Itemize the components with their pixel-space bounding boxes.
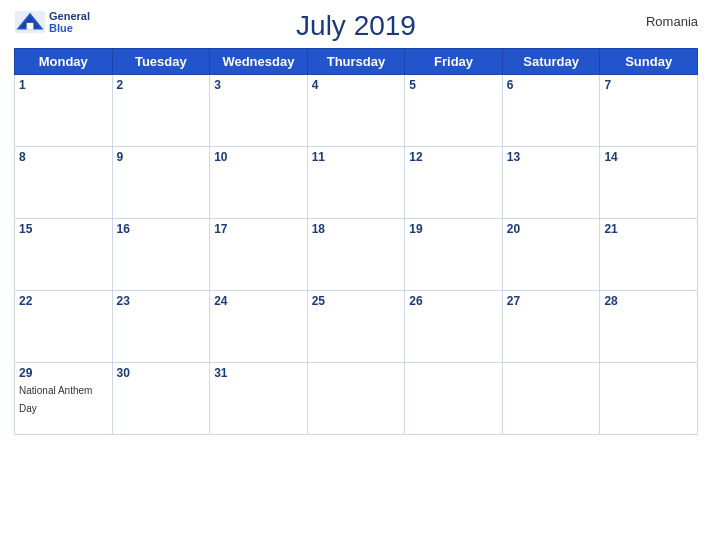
date-number: 5 [409, 78, 498, 92]
date-number: 29 [19, 366, 108, 380]
date-number: 31 [214, 366, 303, 380]
table-row: 23 [112, 291, 210, 363]
logo-icon [14, 11, 46, 33]
logo-area: General Blue [14, 10, 90, 34]
weekday-friday: Friday [405, 49, 503, 75]
table-row: 26 [405, 291, 503, 363]
date-number: 30 [117, 366, 206, 380]
table-row: 3 [210, 75, 308, 147]
date-number: 20 [507, 222, 596, 236]
date-number: 19 [409, 222, 498, 236]
weekday-sunday: Sunday [600, 49, 698, 75]
date-number: 12 [409, 150, 498, 164]
date-number: 4 [312, 78, 401, 92]
table-row: 20 [502, 219, 600, 291]
table-row [600, 363, 698, 435]
table-row: 14 [600, 147, 698, 219]
weekday-thursday: Thursday [307, 49, 405, 75]
calendar-week-row: 22232425262728 [15, 291, 698, 363]
date-number: 26 [409, 294, 498, 308]
table-row: 19 [405, 219, 503, 291]
table-row: 4 [307, 75, 405, 147]
date-number: 3 [214, 78, 303, 92]
table-row: 22 [15, 291, 113, 363]
table-row [502, 363, 600, 435]
table-row: 5 [405, 75, 503, 147]
date-number: 28 [604, 294, 693, 308]
date-number: 1 [19, 78, 108, 92]
weekday-tuesday: Tuesday [112, 49, 210, 75]
table-row: 18 [307, 219, 405, 291]
calendar-week-row: 15161718192021 [15, 219, 698, 291]
weekday-saturday: Saturday [502, 49, 600, 75]
calendar-header: General Blue July 2019 Romania [14, 10, 698, 42]
calendar-table: Monday Tuesday Wednesday Thursday Friday… [14, 48, 698, 435]
date-number: 9 [117, 150, 206, 164]
weekday-wednesday: Wednesday [210, 49, 308, 75]
calendar-week-row: 891011121314 [15, 147, 698, 219]
table-row: 24 [210, 291, 308, 363]
table-row: 31 [210, 363, 308, 435]
table-row: 7 [600, 75, 698, 147]
date-number: 17 [214, 222, 303, 236]
date-number: 7 [604, 78, 693, 92]
svg-rect-3 [27, 23, 34, 30]
calendar-container: General Blue July 2019 Romania Monday Tu… [0, 0, 712, 550]
table-row: 6 [502, 75, 600, 147]
table-row: 25 [307, 291, 405, 363]
date-number: 27 [507, 294, 596, 308]
weekday-header-row: Monday Tuesday Wednesday Thursday Friday… [15, 49, 698, 75]
table-row: 21 [600, 219, 698, 291]
date-number: 2 [117, 78, 206, 92]
logo-general-text: General [49, 10, 90, 22]
date-number: 25 [312, 294, 401, 308]
date-number: 15 [19, 222, 108, 236]
table-row: 12 [405, 147, 503, 219]
table-row: 17 [210, 219, 308, 291]
date-number: 6 [507, 78, 596, 92]
date-number: 13 [507, 150, 596, 164]
date-number: 18 [312, 222, 401, 236]
weekday-monday: Monday [15, 49, 113, 75]
table-row: 29National Anthem Day [15, 363, 113, 435]
calendar-week-row: 1234567 [15, 75, 698, 147]
table-row: 28 [600, 291, 698, 363]
date-number: 24 [214, 294, 303, 308]
calendar-week-row: 29National Anthem Day3031 [15, 363, 698, 435]
date-number: 23 [117, 294, 206, 308]
table-row [307, 363, 405, 435]
table-row: 1 [15, 75, 113, 147]
table-row: 30 [112, 363, 210, 435]
table-row: 16 [112, 219, 210, 291]
country-label: Romania [646, 14, 698, 29]
table-row: 8 [15, 147, 113, 219]
date-number: 8 [19, 150, 108, 164]
date-number: 11 [312, 150, 401, 164]
event-label: National Anthem Day [19, 385, 92, 414]
table-row: 13 [502, 147, 600, 219]
logo-blue-text: Blue [49, 22, 90, 34]
date-number: 16 [117, 222, 206, 236]
table-row: 9 [112, 147, 210, 219]
table-row: 15 [15, 219, 113, 291]
table-row [405, 363, 503, 435]
table-row: 11 [307, 147, 405, 219]
table-row: 27 [502, 291, 600, 363]
date-number: 22 [19, 294, 108, 308]
table-row: 10 [210, 147, 308, 219]
date-number: 10 [214, 150, 303, 164]
date-number: 21 [604, 222, 693, 236]
date-number: 14 [604, 150, 693, 164]
month-title: July 2019 [296, 10, 416, 42]
table-row: 2 [112, 75, 210, 147]
